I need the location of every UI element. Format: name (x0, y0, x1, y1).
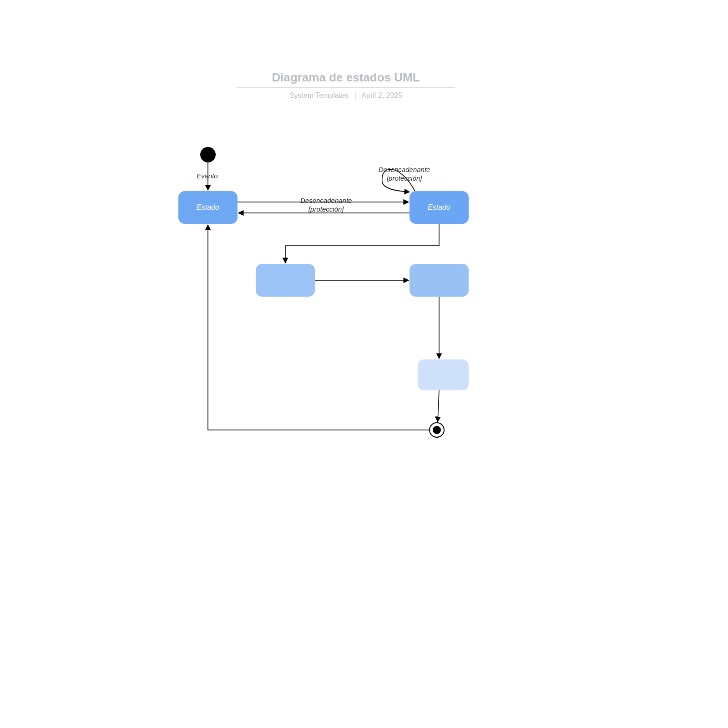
state-node-2[interactable]: Estado (410, 191, 469, 224)
state-node-1[interactable]: Estado (178, 191, 238, 224)
diagram-title: Diagrama de estados UML (237, 71, 455, 88)
subtitle-separator: | (354, 91, 356, 100)
state-node-4[interactable] (410, 264, 469, 297)
diagram-header: Diagrama de estados UML System Templates… (237, 71, 455, 100)
svg-point-0 (430, 423, 444, 437)
state-node-1-label: Estado (197, 203, 219, 212)
edge-label-evento: Evento (197, 172, 218, 181)
edge-label-desencadenante-self: Desencadenante [protección] (379, 166, 430, 183)
diagram-edges (0, 0, 728, 728)
diagram-date: April 2, 2025 (361, 91, 402, 99)
edge-label-line1: Desencadenante (300, 197, 352, 205)
edge-final-to-state1 (208, 225, 430, 430)
diagram-canvas: Diagrama de estados UML System Templates… (0, 0, 728, 728)
edge-label-self-line1: Desencadenante (379, 166, 430, 174)
diagram-subtitle: System Templates | April 2, 2025 (237, 91, 455, 100)
state-node-5[interactable] (418, 359, 469, 390)
edge-label-line2: [protección] (300, 205, 352, 214)
diagram-author: System Templates (289, 91, 349, 99)
edge-state2-to-state3 (285, 224, 439, 263)
svg-point-1 (433, 426, 441, 434)
initial-state-node[interactable] (200, 147, 216, 162)
edge-label-self-line2: [protección] (379, 174, 430, 183)
final-state-node[interactable] (430, 423, 444, 437)
state-node-3[interactable] (256, 264, 315, 297)
edge-state5-to-final (438, 390, 439, 422)
state-node-2-label: Estado (428, 203, 450, 212)
edge-label-desencadenante-horizontal: Desencadenante [protección] (300, 197, 352, 214)
